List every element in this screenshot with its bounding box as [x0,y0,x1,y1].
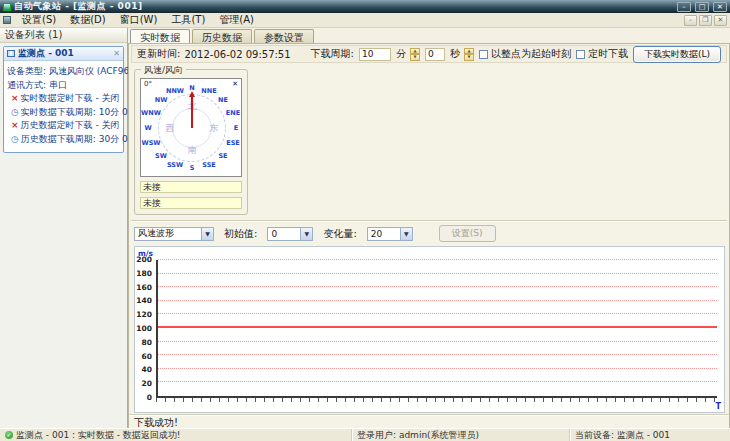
delta-label: 变化量: [323,227,356,241]
delta-value: 20 [368,229,400,239]
current-device: 当前设备: 监测点 - 001 [575,429,670,441]
mdi-close-button[interactable]: ✕ [714,15,727,26]
seconds-input[interactable]: 0 [425,48,445,61]
constant-line [158,326,717,328]
delta-select[interactable]: 20 ▼ [367,227,413,241]
update-time-value: 2012-06-02 09:57:51 [184,49,290,60]
cn-east-label: 东 [210,122,219,135]
wind-speed-chart: m/s 020406080100120140160180200 T [134,246,725,413]
chart-controls: 风速波形 ▼ 初始值: 0 ▼ 变化量: 20 ▼ 设置(S) [129,222,729,245]
dir-label-nne: NNE [201,87,216,95]
ytick-label: 160 [135,284,152,292]
list-item: ◷ 历史数据下载周期: 30分 0秒 [7,133,120,147]
maximize-button[interactable]: □ [695,2,709,12]
settings-button[interactable]: 设置(S) [439,225,496,242]
ytick-label: 140 [135,297,152,305]
device-panel-header: 监测点 - 001 ✕ [4,47,123,61]
clock-icon: ◷ [11,106,19,120]
gridline [158,313,717,314]
tab-history-data[interactable]: 历史数据 [192,29,252,43]
login-user: 登录用户: admin(系统管理员) [357,429,479,441]
seconds-unit: 秒 [450,47,460,61]
status-message: 监测点 - 001 : 实时数据 - 数据返回成功! [16,429,180,441]
wind-direction-field: 未接 [140,197,242,209]
dir-label-nw: NW [155,96,168,104]
mdi-child-icon [3,16,11,24]
menu-admin[interactable]: 管理(A) [212,12,261,28]
cn-west-label: 西 [166,122,175,135]
mdi-minimize-button[interactable]: – [684,15,697,26]
dir-label-w: W [144,124,151,132]
list-item: × 实时数据定时下载 - 关闭 [7,92,120,106]
close-button[interactable]: ✕ [713,2,727,12]
device-type: 设备类型: 风速风向仪 (ACF96-4) [7,65,120,79]
wind-groupbox-title: 风速/风向 [141,64,186,77]
app-icon [3,3,11,11]
device-panel[interactable]: 监测点 - 001 ✕ 设备类型: 风速风向仪 (ACF96-4) 通讯方式: … [3,46,124,153]
device-comm: 通讯方式: 串口 [7,79,120,93]
wind-degree-value: 0° [144,80,152,88]
realtime-period: 实时数据下载周期: 10分 0秒 [21,106,137,120]
menu-bar: 设置(S) 数据(D) 窗口(W) 工具(T) 管理(A) – ❐ ✕ [0,13,730,28]
initial-value-select[interactable]: 0 ▼ [267,227,313,241]
dir-label-ese: ESE [226,139,240,147]
download-message: 下载成功! [129,414,729,428]
minutes-input[interactable]: 10 [359,48,391,61]
initial-value-label: 初始值: [224,227,257,241]
minimize-button[interactable]: – [677,2,691,12]
history-sched-status: 历史数据定时下载 - 关闭 [21,119,120,133]
tab-realtime-data[interactable]: 实时数据 [130,29,190,43]
dir-label-se: SE [218,152,227,160]
chevron-down-icon[interactable]: ▼ [300,228,312,240]
download-realtime-button[interactable]: 下载实时数据(L) [633,46,721,63]
realtime-sched-status: 实时数据定时下载 - 关闭 [21,92,120,106]
device-icon [7,50,15,57]
compass-corner-icon: ✕ [232,80,238,88]
hour-align-checkbox[interactable] [479,50,488,59]
ytick-label: 80 [135,339,152,347]
status-ok-icon: ✓ [5,431,13,439]
gridline [158,341,717,342]
cross-icon: × [11,119,19,133]
ytick-label: 120 [135,311,152,319]
chart-xticks [156,398,717,402]
list-item: × 历史数据定时下载 - 关闭 [7,119,120,133]
dir-label-ene: ENE [226,109,240,117]
wind-compass: 0° ✕ N NNE NE ENE E ESE SE SSE S SSW SW … [140,78,242,177]
dir-label-wsw: WSW [141,139,160,147]
clock-icon: ◷ [11,133,19,147]
spin-down-icon[interactable]: ▼ [410,54,420,61]
menu-tools[interactable]: 工具(T) [164,12,212,28]
minutes-stepper[interactable]: ▲ ▼ [410,48,420,61]
dir-label-sse: SSE [202,161,216,169]
menu-window[interactable]: 窗口(W) [113,12,165,28]
spin-down-icon[interactable]: ▼ [464,54,474,61]
waveform-select[interactable]: 风速波形 ▼ [134,227,214,241]
tab-parameter-settings[interactable]: 参数设置 [254,29,314,43]
chevron-down-icon[interactable]: ▼ [201,228,213,240]
mdi-restore-button[interactable]: ❐ [699,15,712,26]
seconds-stepper[interactable]: ▲ ▼ [464,48,474,61]
minutes-unit: 分 [396,47,406,61]
chart-plot-area [156,260,717,398]
chevron-down-icon[interactable]: ▼ [400,228,412,240]
gridline [158,300,717,301]
scheduled-download-checkbox[interactable] [576,50,585,59]
dir-label-sw: SW [155,152,167,160]
gridline [158,368,717,369]
update-time-label: 更新时间: [137,47,180,61]
scheduled-download-label: 定时下载 [588,47,628,61]
gridline [158,381,717,382]
compass-needle [191,96,193,128]
tab-strip: 实时数据 历史数据 参数设置 [128,28,730,43]
list-item: ◷ 实时数据下载周期: 10分 0秒 [7,106,120,120]
gridline [158,286,717,287]
menu-data[interactable]: 数据(D) [63,12,113,28]
ytick-label: 20 [135,380,152,388]
device-list-header: 设备列表 (1) [0,28,127,43]
panel-close-icon[interactable]: ✕ [113,50,120,58]
ytick-label: 60 [135,353,152,361]
dir-label-e: E [234,124,238,132]
gridline [158,273,717,274]
menu-settings[interactable]: 设置(S) [15,12,63,28]
